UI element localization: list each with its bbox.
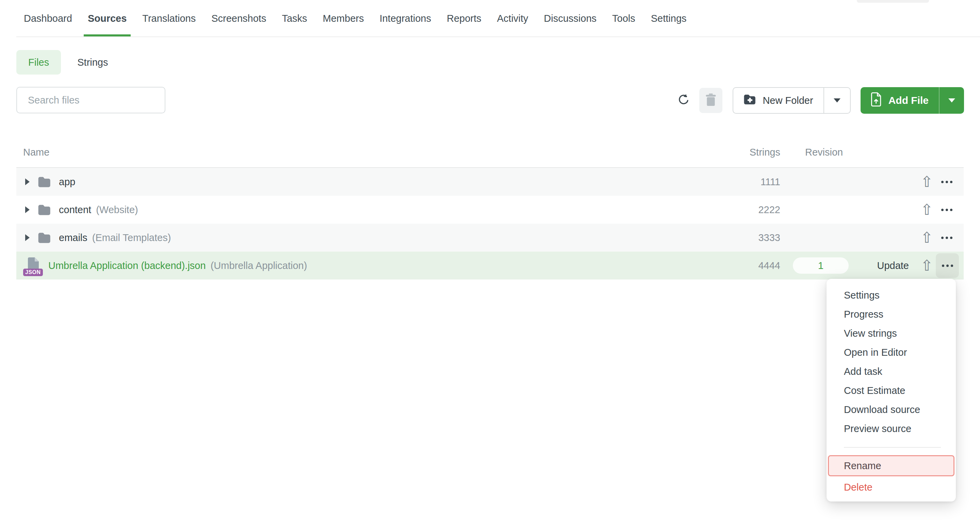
nav-item-settings[interactable]: Settings xyxy=(647,0,691,37)
folder-plus-icon xyxy=(743,94,756,107)
upload-icon[interactable]: ⇧ xyxy=(919,230,935,245)
folder-name[interactable]: content xyxy=(59,204,91,215)
folder-name[interactable]: emails xyxy=(59,232,88,244)
nav-item-members[interactable]: Members xyxy=(319,0,368,37)
column-header-name: Name xyxy=(23,147,49,158)
new-folder-label: New Folder xyxy=(762,95,813,106)
table-row[interactable]: app 1111 ⇧ xyxy=(16,168,964,196)
json-file-icon: JSON xyxy=(27,257,40,274)
folder-note: (Email Templates) xyxy=(92,232,171,244)
column-header-revision: Revision xyxy=(805,147,843,158)
nav-item-tasks[interactable]: Tasks xyxy=(278,0,311,37)
strings-count: 2222 xyxy=(758,204,780,215)
menu-item-view-strings[interactable]: View strings xyxy=(827,324,956,343)
nav-item-translations[interactable]: Translations xyxy=(138,0,200,37)
file-note: (Umbrella Application) xyxy=(211,260,307,271)
json-badge: JSON xyxy=(23,269,43,276)
menu-item-download-source[interactable]: Download source xyxy=(827,400,956,419)
nav-item-tools[interactable]: Tools xyxy=(608,0,640,37)
add-file-split-button: Add File xyxy=(861,87,964,114)
nav-item-sources[interactable]: Sources xyxy=(84,0,130,37)
file-context-menu: Settings Progress View strings Open in E… xyxy=(827,279,956,502)
file-upload-icon xyxy=(871,92,882,109)
ellipsis-menu-button-active[interactable] xyxy=(936,253,959,278)
nav-item-discussions[interactable]: Discussions xyxy=(540,0,601,37)
upload-icon[interactable]: ⇧ xyxy=(919,174,935,189)
menu-item-rename-highlighted[interactable]: Rename xyxy=(828,455,955,476)
strings-count: 4444 xyxy=(758,260,780,271)
tab-files[interactable]: Files xyxy=(16,50,61,75)
menu-item-preview-source[interactable]: Preview source xyxy=(827,419,956,438)
ellipsis-menu-button[interactable] xyxy=(937,237,956,239)
project-nav: Dashboard Sources Translations Screensho… xyxy=(0,0,980,37)
chevron-down-icon xyxy=(948,99,955,102)
files-table: Name Strings Revision app 1111 ⇧ content… xyxy=(16,145,964,279)
folder-name[interactable]: app xyxy=(59,176,75,188)
table-row-selected[interactable]: JSON Umbrella Application (backend).json… xyxy=(16,252,964,279)
nav-item-screenshots[interactable]: Screenshots xyxy=(207,0,270,37)
expand-caret-icon[interactable] xyxy=(25,179,30,185)
search-input[interactable] xyxy=(16,87,165,113)
upload-icon[interactable]: ⇧ xyxy=(919,202,935,217)
delete-selected-button[interactable] xyxy=(699,88,722,113)
table-row[interactable]: content (Website) 2222 ⇧ xyxy=(16,196,964,224)
files-toolbar: New Folder Add File xyxy=(0,87,980,114)
menu-item-open-in-editor[interactable]: Open in Editor xyxy=(827,343,956,362)
view-switcher: Files Strings xyxy=(16,50,980,75)
menu-item-settings[interactable]: Settings xyxy=(827,285,956,305)
update-link[interactable]: Update xyxy=(877,260,909,271)
menu-item-cost-estimate[interactable]: Cost Estimate xyxy=(827,381,956,400)
file-name-link[interactable]: Umbrella Application (backend).json xyxy=(48,260,206,271)
column-header-strings: Strings xyxy=(749,147,780,158)
add-file-button[interactable]: Add File xyxy=(861,87,939,114)
folder-note: (Website) xyxy=(96,204,138,215)
strings-count: 1111 xyxy=(760,176,780,188)
nav-item-integrations[interactable]: Integrations xyxy=(375,0,435,37)
toolbar-actions: New Folder Add File xyxy=(674,87,964,114)
folder-icon xyxy=(38,232,51,243)
upload-icon[interactable]: ⇧ xyxy=(919,258,935,273)
revision-badge: 1 xyxy=(793,257,849,274)
strings-count: 3333 xyxy=(758,232,780,244)
folder-icon xyxy=(38,204,51,215)
new-folder-button[interactable]: New Folder xyxy=(733,88,823,113)
table-row[interactable]: emails (Email Templates) 3333 ⇧ xyxy=(16,224,964,252)
expand-caret-icon[interactable] xyxy=(25,234,30,241)
menu-item-delete[interactable]: Delete xyxy=(827,478,956,497)
ellipsis-menu-button[interactable] xyxy=(937,209,956,211)
new-folder-split-button: New Folder xyxy=(733,87,850,114)
menu-item-progress[interactable]: Progress xyxy=(827,305,956,324)
table-header: Name Strings Revision xyxy=(16,145,964,168)
new-folder-dropdown-button[interactable] xyxy=(824,88,850,113)
ellipsis-menu-button[interactable] xyxy=(937,181,956,183)
trash-icon xyxy=(705,93,716,108)
menu-item-add-task[interactable]: Add task xyxy=(827,362,956,381)
nav-item-reports[interactable]: Reports xyxy=(443,0,485,37)
refresh-button[interactable] xyxy=(674,87,693,114)
add-file-dropdown-button[interactable] xyxy=(940,87,964,114)
chevron-down-icon xyxy=(834,99,840,102)
menu-divider xyxy=(844,447,941,448)
nav-item-dashboard[interactable]: Dashboard xyxy=(20,0,76,37)
refresh-icon xyxy=(677,93,690,108)
nav-item-activity[interactable]: Activity xyxy=(493,0,533,37)
tab-strings[interactable]: Strings xyxy=(77,57,108,68)
nav-divider xyxy=(16,37,980,37)
add-file-label: Add File xyxy=(888,95,929,106)
expand-caret-icon[interactable] xyxy=(25,206,30,213)
folder-icon xyxy=(38,176,51,187)
